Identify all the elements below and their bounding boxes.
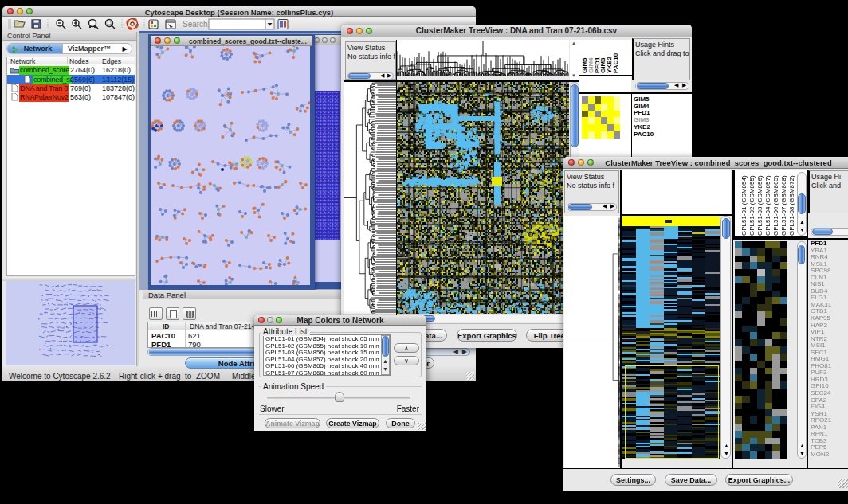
svg-text:Search:: Search: — [183, 20, 210, 29]
svg-text:1:1: 1:1 — [107, 21, 112, 25]
